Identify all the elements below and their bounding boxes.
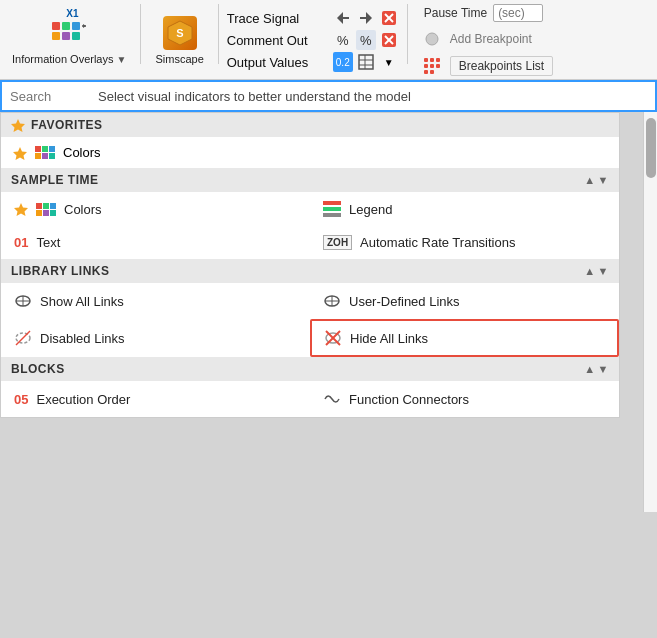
user-defined-links-item[interactable]: User-Defined Links (310, 283, 619, 319)
favorites-colors-label: Colors (63, 145, 101, 160)
svg-marker-35 (14, 203, 28, 216)
comment-percent-icon[interactable]: % (333, 30, 353, 50)
divider-2 (218, 4, 219, 64)
colors-grid-icon (35, 146, 55, 159)
sample-time-legend-label: Legend (349, 202, 392, 217)
library-links-sort-icons: ▲ ▼ (584, 265, 609, 277)
simscape-label: Simscape (155, 53, 203, 65)
svg-rect-26 (430, 58, 434, 62)
output-num-icon[interactable]: 0.2 (333, 52, 353, 72)
sample-time-colors-item[interactable]: Colors (1, 192, 310, 226)
blocks-grid: 05 Execution Order Function Connectors (1, 381, 619, 417)
sample-time-sort-icons: ▲ ▼ (584, 174, 609, 186)
show-all-links-label: Show All Links (40, 294, 124, 309)
svg-line-43 (16, 331, 30, 345)
dropdown-panel: FAVORITES Colors SAMPLE TIME ▲ ▼ C (0, 112, 620, 418)
legend-icon (323, 201, 341, 217)
function-connectors-item[interactable]: Function Connectors (310, 381, 619, 417)
blocks-sort-up-icon[interactable]: ▲ (584, 363, 595, 375)
search-bar: Select visual indicators to better under… (0, 80, 657, 112)
comment-x-icon[interactable] (379, 30, 399, 50)
show-all-links-item[interactable]: Show All Links (1, 283, 310, 319)
output-values-label: Output Values (227, 55, 327, 70)
info-overlays-label: Information Overlays ▼ (12, 53, 126, 65)
disabled-links-icon (14, 329, 32, 347)
info-overlays-dropdown-icon: ▼ (117, 54, 127, 65)
svg-rect-20 (359, 55, 373, 69)
trace-x-icon[interactable] (379, 8, 399, 28)
trace-right-icon[interactable] (356, 8, 376, 28)
function-connectors-label: Function Connectors (349, 392, 469, 407)
svg-text:S: S (176, 27, 183, 39)
blocks-section-header: BLOCKS ▲ ▼ (1, 357, 619, 381)
sample-time-colors-label: Colors (64, 202, 102, 217)
svg-rect-1 (62, 22, 70, 30)
svg-rect-2 (72, 22, 80, 30)
pause-bp-section: Pause Time Add Breakpoint Breakpoints Li… (416, 4, 561, 75)
sample-time-legend-item[interactable]: Legend (310, 192, 619, 226)
main-toolbar: X1 Information Overlays ▼ (0, 0, 657, 80)
sample-time-text-item[interactable]: 01 Text (1, 226, 310, 259)
svg-marker-13 (366, 12, 372, 24)
favorites-colors-item[interactable]: Colors (1, 137, 619, 168)
show-all-links-icon (14, 292, 32, 310)
execution-order-icon: 05 (14, 392, 28, 407)
pause-time-row: Pause Time (424, 4, 553, 22)
favorites-colors-star (13, 146, 27, 160)
svg-rect-4 (62, 32, 70, 40)
info-overlays-icon: X1 (51, 15, 87, 51)
svg-rect-3 (52, 32, 60, 40)
output-table-icon[interactable] (356, 52, 376, 72)
simscape-logo: S (163, 16, 197, 50)
scrollbar[interactable] (643, 112, 657, 512)
favorites-section-header: FAVORITES (1, 113, 619, 137)
disabled-links-label: Disabled Links (40, 331, 125, 346)
breakpoints-list-button[interactable]: Breakpoints List (450, 56, 553, 76)
blocks-sort-down-icon[interactable]: ▼ (598, 363, 609, 375)
sample-time-colors-star (14, 202, 28, 216)
svg-rect-31 (424, 70, 428, 74)
search-tooltip: Select visual indicators to better under… (98, 89, 647, 104)
sample-time-text-label: Text (36, 235, 60, 250)
automatic-rate-transitions-item[interactable]: ZOH Automatic Rate Transitions (310, 226, 619, 259)
info-overlays-button[interactable]: X1 Information Overlays ▼ (6, 4, 132, 75)
sample-time-colors-icon (36, 203, 56, 216)
divider-3 (407, 4, 408, 64)
automatic-rate-transitions-label: Automatic Rate Transitions (360, 235, 515, 250)
user-defined-links-label: User-Defined Links (349, 294, 460, 309)
user-defined-links-icon (323, 292, 341, 310)
svg-rect-25 (424, 58, 428, 62)
hide-all-links-item[interactable]: Hide All Links (310, 319, 619, 357)
svg-marker-34 (13, 147, 27, 160)
search-input[interactable] (10, 89, 90, 104)
library-links-grid: Show All Links User-Defined Links Disabl… (1, 283, 619, 357)
trace-signal-label: Trace Signal (227, 11, 327, 26)
disabled-links-item[interactable]: Disabled Links (1, 319, 310, 357)
svg-rect-5 (72, 32, 80, 40)
sort-up-icon[interactable]: ▲ (584, 174, 595, 186)
svg-rect-27 (436, 58, 440, 62)
sort-down-icon[interactable]: ▼ (598, 174, 609, 186)
comment-percent2-icon[interactable]: % (356, 30, 376, 50)
svg-marker-33 (11, 119, 25, 132)
sample-time-section-header: SAMPLE TIME ▲ ▼ (1, 168, 619, 192)
simscape-button[interactable]: S Simscape (149, 4, 209, 75)
text-icon: 01 (14, 235, 28, 250)
svg-rect-28 (424, 64, 428, 68)
trace-left-icon[interactable] (333, 8, 353, 28)
scroll-thumb[interactable] (646, 118, 656, 178)
lib-sort-down-icon[interactable]: ▼ (598, 265, 609, 277)
trace-section: Trace Signal Comment Out % % (227, 4, 399, 75)
output-dropdown-icon[interactable]: ▼ (379, 52, 399, 72)
library-links-header-label: LIBRARY LINKS (11, 264, 110, 278)
svg-rect-30 (436, 64, 440, 68)
output-values-icons: 0.2 ▼ (333, 52, 399, 72)
lib-sort-up-icon[interactable]: ▲ (584, 265, 595, 277)
function-connectors-icon (323, 390, 341, 408)
pause-time-input[interactable] (493, 4, 543, 22)
hide-all-links-label: Hide All Links (350, 331, 428, 346)
execution-order-item[interactable]: 05 Execution Order (1, 381, 310, 417)
blocks-header-label: BLOCKS (11, 362, 65, 376)
trace-signal-row: Trace Signal (227, 8, 399, 28)
svg-rect-29 (430, 64, 434, 68)
